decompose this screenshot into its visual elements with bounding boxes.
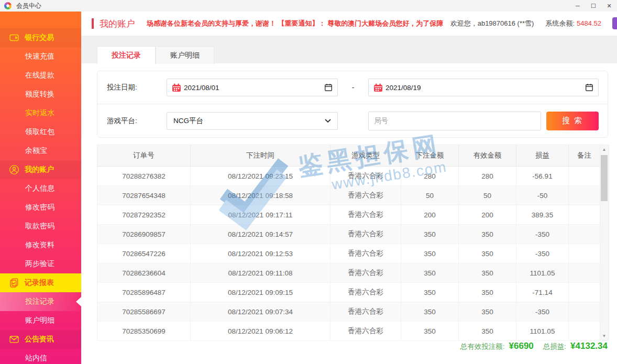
cell-profit-loss: -56.91 (516, 167, 569, 186)
cell-order-no: 70287654348 (97, 186, 191, 205)
sidebar-item-site-mail[interactable]: 站内信 (0, 349, 81, 364)
cell-bet-time: 08/12/2021 09:06:12 (191, 322, 330, 341)
cell-game-type: 香港六合彩 (330, 205, 401, 225)
sidebar-item-quota-transfer[interactable]: 额度转换 (0, 85, 81, 104)
platform-select[interactable]: NCG平台 (167, 112, 338, 130)
edge-chip-button[interactable] (612, 17, 617, 29)
cell-bet-time: 08/12/2021 09:18:58 (191, 186, 330, 205)
cell-note (569, 186, 600, 205)
sidebar-item-edit-profile[interactable]: 修改资料 (0, 236, 81, 255)
round-number-input[interactable] (368, 112, 541, 130)
cell-note (569, 205, 600, 225)
calendar-red-icon (172, 83, 181, 92)
tab-bar: 投注记录 账户明细 (97, 46, 214, 64)
sidebar-item-personal-info[interactable]: 个人信息 (0, 179, 81, 198)
tab-account-details[interactable]: 账户明细 (156, 46, 214, 64)
balance-label: 系统余额: (545, 19, 575, 27)
tab-bet-records[interactable]: 投注记录 (97, 46, 156, 64)
cell-bet-amount: 350 (401, 322, 459, 341)
cell-note (569, 302, 600, 322)
table-scrollbar[interactable]: ▲ ▼ (600, 145, 609, 341)
minimize-button[interactable]: ─ (570, 0, 586, 12)
totals-bar: 总有效投注额: ¥6690 总损益: ¥4132.34 (460, 341, 608, 351)
calendar-red-icon (373, 83, 383, 92)
filter-panel: 投注日期: 2021/08/01 - (97, 71, 608, 138)
sidebar-item-change-password[interactable]: 修改密码 (0, 198, 81, 217)
user-icon (8, 164, 19, 175)
scroll-up-icon[interactable]: ▲ (600, 145, 608, 154)
sidebar-item-bet-records[interactable]: 投注记录 (0, 292, 81, 311)
main-area: 我的账户 场感谢各位新老会员的支持与厚爱，谢谢！ 【重要通知】： 尊敬的澳门大赌… (81, 12, 617, 364)
bet-records-table: 订单号下注时间游戏类型下注金额有效金额损益备注 70288276382 08/1… (97, 145, 600, 341)
cell-order-no: 70287292352 (97, 205, 191, 225)
sidebar-item-yuebao[interactable]: 余额宝 (0, 141, 81, 160)
sidebar-header-my-account[interactable]: 我的账户 (0, 160, 81, 179)
cell-valid-amount: 50 (459, 186, 516, 205)
date-from-value: 2021/08/01 (184, 84, 219, 92)
cell-game-type: 香港六合彩 (330, 283, 401, 302)
cell-bet-amount: 350 (401, 302, 459, 322)
cell-valid-amount: 350 (459, 263, 516, 283)
cell-profit-loss: -71.14 (516, 283, 569, 302)
sidebar-header-announcements[interactable]: 公告资讯 (0, 330, 81, 349)
cell-bet-amount: 350 (401, 263, 459, 283)
member-center-window: 会员中心 ─ ☐ ✕ 银行交易 快速充值 在线提款 额度转换 实时返水 领取红包… (0, 0, 617, 364)
scroll-down-icon[interactable]: ▼ (600, 332, 608, 340)
sidebar-header-reports[interactable]: 记录报表 (0, 273, 81, 292)
cell-game-type: 香港六合彩 (330, 225, 401, 244)
cell-bet-amount: 280 (401, 167, 459, 186)
search-button[interactable]: 搜 索 (546, 112, 599, 130)
total-valid-value: ¥6690 (509, 341, 534, 351)
cell-profit-loss: 389.35 (516, 205, 569, 225)
total-pnl-label: 总损益: (543, 342, 566, 351)
cell-valid-amount: 280 (459, 167, 516, 186)
cell-bet-amount: 350 (401, 283, 459, 302)
sidebar-item-red-packet[interactable]: 领取红包 (0, 123, 81, 141)
system-balance: 系统余额:5484.52 (545, 19, 601, 28)
column-header: 游戏类型 (330, 145, 401, 167)
cell-valid-amount: 350 (459, 225, 516, 244)
window-title: 会员中心 (16, 2, 41, 10)
sidebar-item-quick-recharge[interactable]: 快速充值 (0, 47, 81, 66)
cell-bet-amount: 350 (401, 225, 459, 244)
cell-profit-loss: -50 (516, 186, 569, 205)
cell-profit-loss: 1101.05 (516, 322, 569, 341)
cell-note (569, 322, 600, 341)
maximize-button[interactable]: ☐ (586, 0, 601, 12)
wallet-icon (8, 32, 19, 43)
scroll-thumb[interactable] (601, 155, 608, 201)
cell-bet-time: 08/12/2021 09:07:34 (191, 302, 330, 322)
notice-marquee: 场感谢各位新老会员的支持与厚爱，谢谢！ 【重要通知】： 尊敬的澳门大赌场会员您好… (147, 19, 443, 28)
cell-bet-time: 08/12/2021 09:12:53 (191, 244, 330, 263)
sidebar-item-realtime-rebate[interactable]: 实时返水 (0, 104, 81, 123)
total-valid-label: 总有效投注额: (460, 342, 505, 351)
cell-valid-amount: 350 (459, 322, 516, 341)
balance-value: 5484.52 (577, 19, 601, 27)
cell-order-no: 70285896487 (97, 283, 191, 302)
table-row: 70285586697 08/12/2021 09:07:34 香港六合彩 35… (97, 302, 600, 322)
date-picker-icon[interactable] (324, 83, 333, 92)
cell-game-type: 香港六合彩 (330, 186, 401, 205)
sidebar-item-account-details[interactable]: 账户明细 (0, 311, 81, 330)
cell-valid-amount: 200 (459, 205, 516, 225)
cell-bet-time: 08/12/2021 09:11:08 (191, 263, 330, 283)
sidebar-header-bank[interactable]: 银行交易 (0, 28, 81, 47)
cell-bet-time: 08/12/2021 09:14:57 (191, 225, 330, 244)
total-pnl-value: ¥4132.34 (570, 341, 608, 351)
cell-note (569, 263, 600, 283)
bet-records-table-wrap: 订单号下注时间游戏类型下注金额有效金额损益备注 70288276382 08/1… (97, 145, 609, 341)
close-button[interactable]: ✕ (601, 0, 617, 12)
cell-note (569, 225, 600, 244)
sidebar-item-online-withdraw[interactable]: 在线提款 (0, 66, 81, 85)
date-picker-icon[interactable] (585, 83, 593, 92)
sidebar-item-two-step[interactable]: 两步验证 (0, 255, 81, 273)
table-row: 70287654348 08/12/2021 09:18:58 香港六合彩 50… (97, 186, 600, 205)
sidebar-nav: 银行交易 快速充值 在线提款 额度转换 实时返水 领取红包 余额宝 我的账户 个… (0, 12, 81, 364)
date-from-input[interactable]: 2021/08/01 (167, 79, 338, 96)
date-to-input[interactable]: 2021/08/19 (368, 79, 599, 96)
mail-icon (8, 334, 19, 345)
chevron-down-icon (325, 119, 331, 123)
table-row: 70288276382 08/12/2021 09:23:15 香港六合彩 28… (97, 167, 600, 186)
sidebar-item-withdraw-password[interactable]: 取款密码 (0, 217, 81, 236)
cell-valid-amount: 350 (459, 244, 516, 263)
